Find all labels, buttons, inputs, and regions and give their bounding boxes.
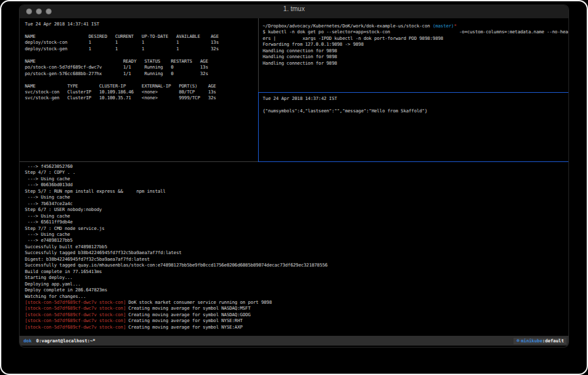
- pod-log-message: DoK stock market consumer service runnin…: [125, 300, 272, 305]
- skaffold-build-output: ---> f45623052760 Step 4/7 : COPY . . --…: [25, 164, 568, 300]
- pod-log-lines: [stock-con-5d7df689cf-dwc7v stock-con] D…: [25, 300, 568, 331]
- pod-log-line: [stock-con-5d7df689cf-dwc7v stock-con] C…: [25, 312, 568, 318]
- pod-log-message: Creating moving average for symbol NYSE:…: [125, 318, 242, 323]
- pod-log-message: Creating moving average for symbol NASDA…: [125, 312, 250, 318]
- pane-kubectl-watch[interactable]: Tue 24 Apr 2018 14:37:41 IST NAME DESIRE…: [20, 18, 258, 161]
- traffic-lights: [26, 8, 52, 14]
- shell-prompt-line: ~/Dropbox/advocacy/Kubernetes/DoK/work/d…: [263, 24, 568, 29]
- git-dirty-indicator: *: [454, 24, 457, 29]
- pane-port-forward[interactable]: ~/Dropbox/advocacy/Kubernetes/DoK/work/d…: [259, 18, 568, 92]
- kube-context: minikube: [521, 338, 542, 344]
- pod-log-prefix: [stock-con-5d7df689cf-dwc7v stock-con]: [25, 300, 125, 305]
- pod-log-prefix: [stock-con-5d7df689cf-dwc7v stock-con]: [25, 325, 125, 330]
- zoom-button-icon[interactable]: [46, 8, 52, 14]
- window-titlebar[interactable]: 1. tmux: [20, 5, 568, 18]
- pod-log-line: [stock-con-5d7df689cf-dwc7v stock-con] C…: [25, 306, 568, 312]
- git-branch: (master): [433, 24, 454, 29]
- pod-log-line: [stock-con-5d7df689cf-dwc7v stock-con] C…: [25, 325, 568, 331]
- pod-log-message: Creating moving average for symbol NASDA…: [125, 306, 250, 311]
- pod-log-prefix: [stock-con-5d7df689cf-dwc7v stock-con]: [25, 306, 125, 311]
- port-forward-output: $ kubectl -n dok get po --selector=app=s…: [263, 29, 568, 67]
- curl-json-output: Tue 24 Apr 2018 14:37:42 IST {"numsymbol…: [263, 96, 568, 114]
- window-title: 1. tmux: [20, 5, 568, 12]
- tmux-status-right: ☸ minikube :default: [514, 338, 566, 344]
- pane-skaffold[interactable]: ---> f45623052760 Step 4/7 : COPY . . --…: [20, 162, 568, 336]
- tmux-terminal: Tue 24 Apr 2018 14:37:41 IST NAME DESIRE…: [20, 18, 568, 336]
- tmux-status-bar: dok 0:vagrant@localhost:~* ☸ minikube :d…: [20, 336, 568, 346]
- kubernetes-wheel-icon: ☸: [516, 338, 519, 344]
- kube-namespace: :default: [542, 338, 564, 344]
- terminal-window: 1. tmux Tue 24 Apr 2018 14:37:41 IST NAM…: [20, 5, 568, 347]
- tmux-session-name: dok: [22, 338, 33, 344]
- minimize-button-icon[interactable]: [36, 8, 42, 14]
- pod-log-prefix: [stock-con-5d7df689cf-dwc7v stock-con]: [25, 318, 125, 323]
- cwd-path: ~/Dropbox/advocacy/Kubernetes/DoK/work/d…: [263, 24, 433, 29]
- close-button-icon[interactable]: [26, 8, 32, 14]
- pod-log-line: [stock-con-5d7df689cf-dwc7v stock-con] C…: [25, 318, 568, 324]
- pane-curl-output[interactable]: Tue 24 Apr 2018 14:37:42 IST {"numsymbol…: [259, 93, 568, 161]
- kubectl-watch-output: Tue 24 Apr 2018 14:37:41 IST NAME DESIRE…: [25, 22, 258, 102]
- pod-log-prefix: [stock-con-5d7df689cf-dwc7v stock-con]: [25, 312, 125, 318]
- pod-log-message: Creating moving average for symbol NYSE:…: [125, 325, 242, 330]
- tmux-window-label[interactable]: 0:vagrant@localhost:~*: [36, 338, 95, 344]
- pod-log-line: [stock-con-5d7df689cf-dwc7v stock-con] D…: [25, 300, 568, 306]
